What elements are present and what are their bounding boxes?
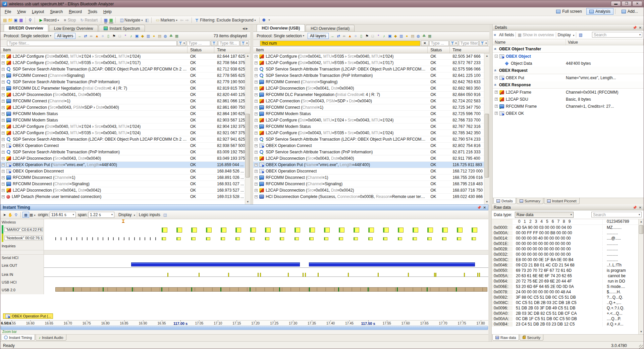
grid-toggle-button[interactable]: ▦ [22, 212, 29, 218]
profile-icon[interactable]: ◆ [140, 33, 145, 39]
time-filter-funnel[interactable]: ▾ [479, 41, 488, 46]
timing-row-label[interactable]: "Notebook" 00:02:76:1E... [0, 234, 44, 242]
menu-view[interactable]: View [14, 8, 29, 15]
expand-icon[interactable]: + [2, 151, 5, 154]
hex-bytes[interactable]: 09 CD 21 B8 01 4C CD 21 54 68 [513, 263, 602, 267]
show-in-overview-button[interactable]: ▦ Show in overview [518, 33, 554, 37]
expand-icon[interactable]: + [495, 105, 498, 108]
display-button[interactable]: Display ▾ [558, 33, 575, 37]
tab-instant-timing[interactable]: Instant Timing [1, 335, 35, 341]
video-icon[interactable]: ▣ [387, 33, 393, 39]
column-item[interactable]: Item [253, 47, 428, 53]
expand-icon[interactable]: + [2, 112, 5, 115]
link-icon[interactable]: ∞ [88, 33, 94, 39]
table-row[interactable]: +L2CAP Configure (Dst=0x0041, MTU=5'035 … [253, 53, 489, 60]
logic-inputs-button[interactable]: Logic inputs [139, 212, 160, 217]
table-row[interactable]: +SDP Service Search Attribute Transactio… [0, 79, 250, 85]
search-icon[interactable]: ○ [353, 33, 359, 39]
hex-bytes[interactable]: 00 00 00 00 00 00 00 00 00 00 [513, 247, 602, 251]
resize-grip[interactable] [639, 345, 643, 349]
status-filter-funnel[interactable]: ▾ [449, 41, 458, 46]
timing-row-label[interactable]: USB HCI [0, 279, 44, 286]
expand-icon[interactable]: + [255, 151, 258, 154]
table-row[interactable]: +OBEX Operation Connect OK 82.938 567 50… [0, 143, 250, 149]
column-name[interactable]: Name [493, 39, 566, 45]
mouse-icon[interactable]: □ [370, 33, 376, 39]
report-icon[interactable]: ▤ [410, 33, 416, 39]
expand-icon[interactable]: + [2, 55, 5, 58]
hex-bytes[interactable]: 00 00 00 00 40 00 00 00 00 00 [513, 236, 602, 241]
copy-icon[interactable]: ▥ [145, 33, 151, 39]
table-row[interactable]: +L2CAP Connection (Src=0x0043, PSM=SDP ›… [253, 98, 489, 104]
expand-icon[interactable]: + [495, 112, 498, 115]
table-row[interactable]: +L2CAP Configure (Dst=0x0042, MTU=5'035 … [253, 60, 489, 66]
expand-icon[interactable]: + [2, 163, 5, 166]
table-row[interactable]: +L2CAP Disconnection (Src=0x0041, Dst=0x… [0, 187, 250, 194]
menu-record[interactable]: Record [66, 8, 85, 15]
hex-ascii[interactable]: ....@..... [602, 236, 621, 241]
tab-instant-piconet[interactable]: Instant Piconet [544, 198, 580, 204]
waveform-lane[interactable] [44, 270, 488, 279]
expand-icon[interactable]: + [2, 81, 5, 84]
detail-row[interactable]: + OBEX Put Name="vmrc.exe", Length... [493, 74, 644, 81]
hex-bytes[interactable]: 00 00 00 00 00 00 00 00 00 00 [513, 241, 602, 246]
expand-icon[interactable]: + [255, 81, 258, 84]
waveform-lane[interactable] [44, 261, 488, 270]
report-icon[interactable]: ▤ [157, 33, 162, 39]
protocol-select[interactable]: Protocol: Single selection▾ [2, 33, 53, 39]
expand-icon[interactable]: + [255, 55, 258, 58]
vertical-scrollbar[interactable]: ▲ ▼ [638, 219, 644, 334]
audio-icon[interactable]: ♪ [128, 33, 134, 39]
expand-icon[interactable]: + [2, 176, 5, 179]
tab-hci-overview-usb-[interactable]: HCI Overview (USB) [257, 24, 305, 32]
table-row[interactable]: +SDP Service Search Attribute Transactio… [253, 72, 489, 79]
hex-bytes[interactable]: 0C C5 51 DB 2B 03 2C DB 1B C5 [513, 300, 602, 305]
hex-bytes[interactable]: 3F 88 0C C5 51 DB 0C C5 51 DB [513, 295, 602, 300]
column-status[interactable]: Status [187, 47, 214, 53]
table-row[interactable]: +L2CAP Configure (Dst=0x0042, MTU=5'035 … [0, 60, 250, 66]
table-row[interactable]: +RFCOMM Connect (Channel=Signaling) OK 8… [253, 79, 489, 85]
open-file-icon[interactable]: 📁 [8, 18, 13, 22]
maximize-button[interactable]: ❐ [622, 1, 632, 6]
copy-details-icon[interactable]: ▧ [578, 33, 583, 37]
item-filter-funnel[interactable]: ▾ [177, 41, 186, 46]
expand-icon[interactable]: + [2, 189, 5, 192]
hex-ascii[interactable]: is program [602, 268, 626, 273]
expand-icon[interactable]: + [255, 68, 258, 71]
expand-icon[interactable]: + [495, 76, 498, 79]
zoom-tool-icon[interactable]: ⚲ [13, 212, 19, 217]
span-select[interactable]: 1.22 s▾ [88, 212, 114, 218]
data-type-select[interactable]: Raw data▾ [515, 212, 574, 218]
piconet-icon[interactable]: ☘ [168, 33, 174, 39]
waveform-lane[interactable] [44, 225, 488, 234]
prev-marker-icon[interactable]: ⇦ [179, 18, 184, 22]
back-icon[interactable]: ← [330, 33, 336, 39]
device-icon[interactable]: ▯ [359, 33, 364, 39]
expand-icon[interactable]: + [2, 144, 5, 147]
details-caption[interactable]: Details 📌✕ [493, 24, 644, 31]
tab-instant-audio[interactable]: ♪Instant Audio [36, 335, 66, 341]
expand-icon[interactable]: + [2, 68, 5, 71]
throughput-icon[interactable]: ▦ [174, 33, 179, 39]
search-icon[interactable]: ○ [100, 33, 105, 39]
protocol-select[interactable]: Protocol: Single selection▾ [255, 33, 306, 39]
clear-filter-button[interactable]: ✕ [421, 41, 428, 46]
all-fields-button[interactable]: All fields [499, 33, 514, 37]
expand-icon[interactable]: + [2, 106, 5, 109]
item-filter-input[interactable]: !hci num [260, 41, 420, 46]
table-row[interactable]: +L2CAP Disconnection (Src=0x0041, Dst=0x… [253, 187, 489, 194]
hex-bytes[interactable]: 00 00 FF FF 00 00 B8 00 00 00 [513, 231, 602, 235]
time-marker-icon[interactable] [122, 219, 125, 223]
save-icon[interactable]: ▣ [13, 18, 18, 22]
display-button[interactable]: Display ▾ [118, 212, 135, 217]
waveform-lane[interactable] [44, 234, 488, 242]
details-section-header[interactable]: »OBEX Object Transfer [493, 45, 644, 53]
vertical-scrollbar[interactable]: ▲ ▼ [484, 53, 489, 204]
new-file-icon[interactable]: ▤ [2, 18, 8, 22]
hex-ascii[interactable]: ....Q...P. [602, 316, 621, 321]
vertical-splitter[interactable] [489, 24, 492, 204]
mouse-icon[interactable]: □ [117, 33, 122, 39]
menu-tools[interactable]: Tools [85, 8, 100, 15]
baseband-icon[interactable]: ▲ [94, 33, 100, 39]
expand-icon[interactable]: + [255, 132, 258, 135]
